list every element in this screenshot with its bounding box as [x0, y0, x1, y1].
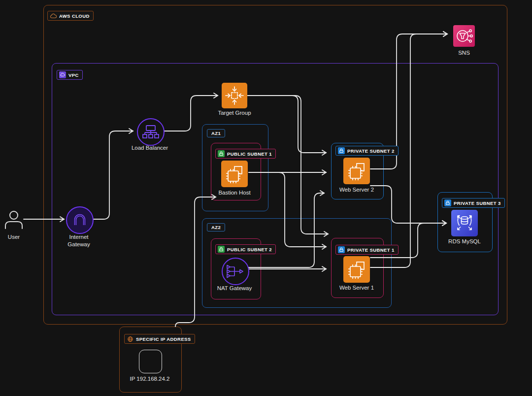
- lock-icon: [218, 150, 225, 157]
- lock-icon: [338, 147, 345, 154]
- lock-icon: [218, 246, 225, 253]
- aws-architecture-diagram: AWS CLOUD VPC AZ1 AZ2 PUBLIC SUBNET 1 PU…: [0, 0, 532, 396]
- public-subnet-1-label: PUBLIC SUBNET 1: [227, 151, 272, 157]
- private-subnet-1-label: PRIVATE SUBNET 1: [347, 247, 395, 253]
- nat-gateway-icon: [222, 258, 249, 285]
- bastion-host-label: Bastion Host: [202, 190, 266, 196]
- nat-gateway-label: NAT Gateway: [202, 285, 266, 291]
- sns-icon: [453, 25, 475, 47]
- ip-address-label: IP 192.168.24.2: [118, 376, 182, 382]
- user-icon: [3, 210, 25, 231]
- public-subnet-1-tag: PUBLIC SUBNET 1: [215, 149, 276, 159]
- target-group-label: Target Group: [202, 110, 266, 116]
- rds-mysql-icon: [451, 210, 478, 236]
- az1-tag: AZ1: [207, 129, 225, 137]
- specific-ip-tag: SPECIFIC IP ADDRESS: [124, 334, 195, 344]
- aws-cloud-label: AWS CLOUD: [59, 13, 90, 19]
- private-subnet-1-tag: PRIVATE SUBNET 1: [335, 245, 399, 255]
- web-server-1-icon: [343, 256, 370, 283]
- public-subnet-2-tag: PUBLIC SUBNET 2: [215, 244, 276, 254]
- web-server-2-label: Web Server 2: [325, 187, 389, 193]
- private-subnet-2-tag: PRIVATE SUBNET 2: [335, 146, 399, 156]
- lock-icon: [338, 246, 345, 253]
- internet-gateway-icon: [66, 206, 94, 234]
- private-subnet-3-tag: PRIVATE SUBNET 3: [442, 198, 505, 208]
- private-subnet-3-label: PRIVATE SUBNET 3: [454, 200, 501, 206]
- cloud-icon: [50, 12, 57, 19]
- web-server-2-icon: [343, 158, 370, 184]
- target-group-icon: [222, 83, 247, 108]
- az2-tag: AZ2: [207, 223, 225, 231]
- lock-icon: [444, 199, 451, 206]
- aws-cloud-tag: AWS CLOUD: [47, 11, 94, 21]
- ip-address-icon: [139, 350, 162, 373]
- private-subnet-2-label: PRIVATE SUBNET 2: [347, 148, 395, 154]
- sns-label: SNS: [432, 50, 496, 56]
- public-subnet-2-label: PUBLIC SUBNET 2: [227, 247, 272, 252]
- vpc-label: VPC: [68, 72, 79, 78]
- az2-label: AZ2: [211, 225, 221, 230]
- rds-mysql-label: RDS MySQL: [432, 238, 497, 244]
- internet-gateway-label: Internet Gateway: [62, 233, 96, 248]
- load-balancer-icon: [137, 118, 165, 146]
- globe-icon: [127, 335, 133, 342]
- az1-label: AZ1: [211, 131, 221, 136]
- vpc-tag: VPC: [57, 70, 83, 80]
- load-balancer-label: Load Balancer: [118, 145, 182, 151]
- web-server-1-label: Web Server 1: [325, 285, 389, 291]
- vpc-icon: [59, 71, 66, 78]
- specific-ip-label: SPECIFIC IP ADDRESS: [136, 336, 191, 342]
- bastion-host-icon: [221, 161, 248, 187]
- user-label: User: [0, 234, 46, 240]
